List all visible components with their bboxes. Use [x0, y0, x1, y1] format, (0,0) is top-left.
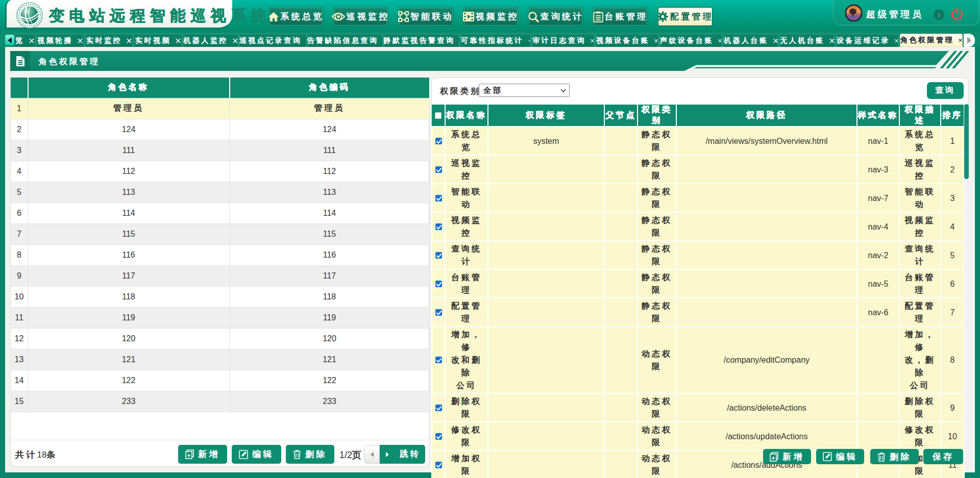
svg-text:i: i	[938, 11, 940, 19]
